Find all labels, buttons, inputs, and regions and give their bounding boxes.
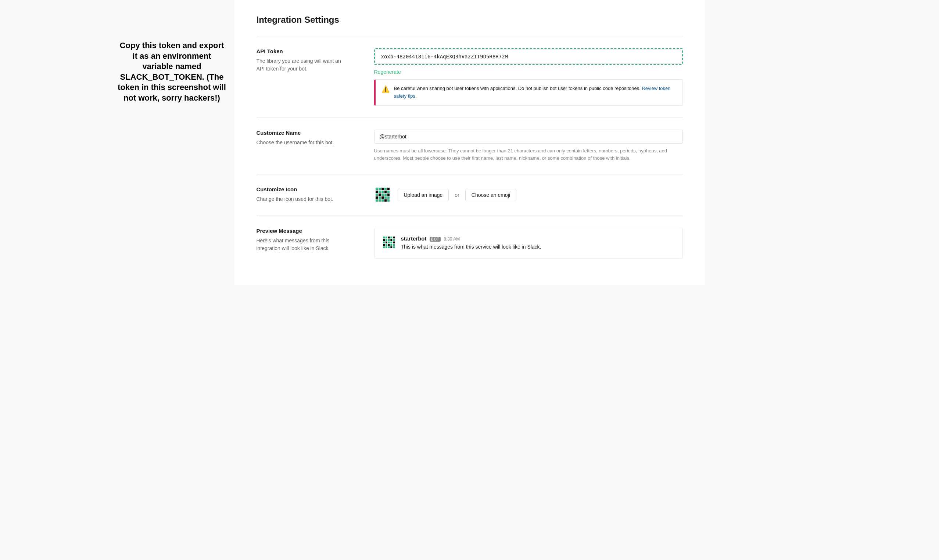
customize-icon-description: Change the icon used for this bot. (256, 195, 359, 203)
bot-name-input[interactable] (374, 130, 683, 143)
svg-rect-42 (388, 244, 390, 246)
svg-rect-36 (385, 242, 387, 243)
regenerate-link[interactable]: Regenerate (374, 69, 401, 75)
warning-box: ⚠️ Be careful when sharing bot user toke… (374, 79, 683, 106)
svg-rect-0 (376, 188, 378, 190)
svg-rect-32 (388, 239, 390, 241)
svg-rect-49 (393, 246, 395, 248)
svg-rect-39 (393, 242, 395, 243)
svg-rect-20 (376, 199, 378, 202)
svg-rect-31 (385, 239, 387, 241)
svg-rect-44 (393, 244, 395, 246)
svg-rect-1 (379, 188, 381, 190)
svg-rect-10 (376, 194, 378, 196)
preview-message-title: Preview Message (256, 228, 359, 234)
svg-rect-40 (383, 244, 385, 246)
svg-rect-19 (387, 197, 390, 198)
svg-rect-13 (384, 194, 387, 196)
svg-rect-11 (379, 194, 381, 196)
svg-rect-23 (384, 199, 387, 202)
preview-message-description: Here's what messages from this integrati… (256, 237, 359, 252)
token-input-wrapper (374, 48, 683, 65)
customize-name-section: Customize Name Choose the username for t… (256, 117, 683, 174)
svg-rect-22 (381, 199, 384, 202)
api-token-description: The library you are using will want an A… (256, 57, 359, 73)
page-title: Integration Settings (256, 15, 683, 25)
svg-rect-27 (388, 237, 390, 239)
svg-rect-8 (384, 191, 387, 193)
icon-row: Upload an image or Choose an emoji (374, 186, 683, 204)
svg-rect-29 (393, 237, 395, 239)
svg-rect-4 (387, 188, 390, 190)
svg-rect-3 (384, 188, 387, 190)
preview-message-label: Preview Message Here's what messages fro… (256, 228, 374, 258)
preview-header: starterbot BOT 8:30 AM (401, 235, 541, 242)
svg-rect-17 (381, 197, 384, 198)
svg-rect-7 (381, 191, 384, 193)
preview-message-text: This is what messages from this service … (401, 243, 541, 251)
svg-rect-48 (390, 246, 392, 248)
preview-message-content: starterbot BOT 8:30 AM This is what mess… (374, 228, 683, 258)
preview-bot-icon (382, 235, 396, 250)
svg-rect-12 (381, 194, 384, 196)
username-hint: Usernames must be all lowercase. They ca… (374, 147, 683, 163)
svg-rect-33 (390, 239, 392, 241)
customize-icon-title: Customize Icon (256, 186, 359, 192)
svg-rect-24 (387, 199, 390, 202)
api-token-content: Regenerate ⚠️ Be careful when sharing bo… (374, 48, 683, 106)
preview-text-block: starterbot BOT 8:30 AM This is what mess… (401, 235, 541, 251)
svg-rect-43 (390, 244, 392, 246)
svg-rect-14 (387, 194, 390, 196)
customize-name-description: Choose the username for this bot. (256, 139, 359, 146)
customize-name-content: Usernames must be all lowercase. They ca… (374, 130, 683, 163)
token-input[interactable] (376, 49, 682, 63)
svg-rect-45 (383, 246, 385, 248)
annotation-text: Copy this token and export it as an envi… (117, 40, 227, 103)
customize-name-label: Customize Name Choose the username for t… (256, 130, 374, 163)
customize-icon-label: Customize Icon Change the icon used for … (256, 186, 374, 204)
warning-text: Be careful when sharing bot user tokens … (394, 85, 677, 100)
svg-rect-34 (393, 239, 395, 241)
svg-rect-18 (384, 197, 387, 198)
bot-icon (374, 186, 392, 204)
svg-rect-15 (376, 197, 378, 198)
svg-rect-41 (385, 244, 387, 246)
preview-bot-badge: BOT (430, 237, 441, 242)
svg-rect-16 (379, 197, 381, 198)
choose-emoji-button[interactable]: Choose an emoji (465, 189, 517, 201)
api-token-title: API Token (256, 48, 359, 54)
annotation-overlay: Copy this token and export it as an envi… (117, 40, 227, 103)
preview-box: starterbot BOT 8:30 AM This is what mess… (374, 228, 683, 258)
preview-bot-name: starterbot (401, 235, 427, 242)
svg-rect-35 (383, 242, 385, 243)
svg-rect-37 (388, 242, 390, 243)
customize-icon-content: Upload an image or Choose an emoji (374, 186, 683, 204)
svg-rect-6 (379, 191, 381, 193)
api-token-section: API Token The library you are using will… (256, 36, 683, 117)
svg-rect-21 (379, 199, 381, 202)
warning-icon: ⚠️ (381, 85, 390, 93)
svg-rect-25 (383, 237, 385, 239)
svg-rect-9 (387, 191, 390, 193)
or-separator: or (455, 192, 459, 198)
svg-rect-2 (381, 188, 384, 190)
svg-rect-28 (390, 237, 392, 239)
svg-rect-5 (376, 191, 378, 193)
preview-message-section: Preview Message Here's what messages fro… (256, 215, 683, 270)
svg-rect-46 (385, 246, 387, 248)
upload-image-button[interactable]: Upload an image (398, 189, 449, 201)
preview-time: 8:30 AM (444, 237, 460, 242)
api-token-label: API Token The library you are using will… (256, 48, 374, 106)
customize-icon-section: Customize Icon Change the icon used for … (256, 174, 683, 215)
customize-name-title: Customize Name (256, 130, 359, 136)
svg-rect-38 (390, 242, 392, 243)
svg-rect-30 (383, 239, 385, 241)
svg-rect-47 (388, 246, 390, 248)
svg-rect-26 (385, 237, 387, 239)
preview-message-row: starterbot BOT 8:30 AM This is what mess… (382, 235, 675, 251)
